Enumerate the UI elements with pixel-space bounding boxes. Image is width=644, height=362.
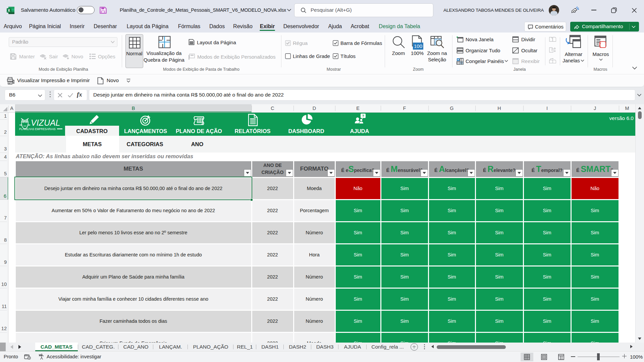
svg-text:?: ?	[362, 114, 364, 118]
svg-text:VIZUAL: VIZUAL	[31, 118, 60, 127]
svg-text:PLANILHAS EMPRESARIAIS: PLANILHAS EMPRESARIAIS	[19, 128, 56, 131]
svg-text:X: X	[8, 8, 10, 12]
